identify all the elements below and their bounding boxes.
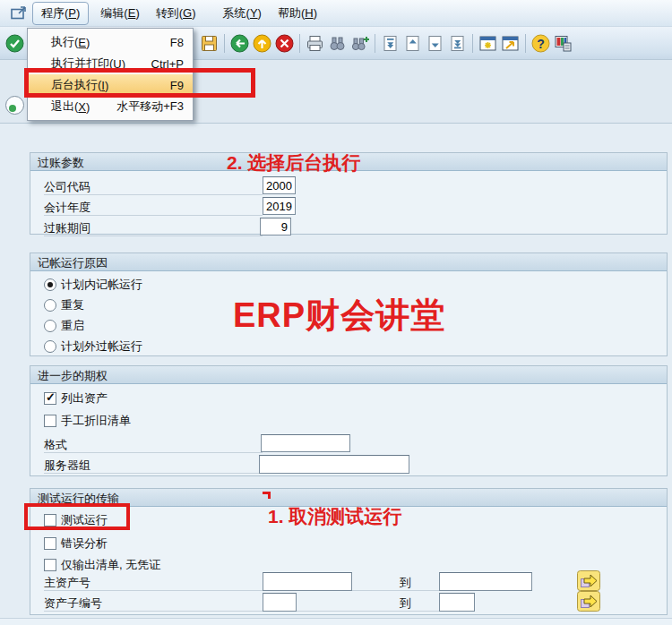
radio-row-planned-run: 计划内记帐运行 xyxy=(44,277,142,293)
selection-screen: 过账参数 公司代码 会计年度 过账期间 记帐运行原因 计划内记帐运行 重复 重启 xyxy=(0,124,672,625)
field-label-main-asset-number: 主资产号 xyxy=(44,571,439,591)
first-page-icon[interactable] xyxy=(380,33,401,54)
main-asset-multiple-selection-button[interactable] xyxy=(577,570,600,591)
radio-label[interactable]: 重复 xyxy=(61,297,84,313)
field-label-format: 格式 xyxy=(44,433,263,453)
execute-icon[interactable] xyxy=(5,96,24,115)
menu-shortcut: F8 xyxy=(161,36,184,49)
radio-unplanned-run[interactable] xyxy=(44,340,56,353)
field-label-asset-subnumber: 资产子编号 xyxy=(44,592,439,612)
to-label: 到 xyxy=(400,595,411,612)
cancel-icon[interactable] xyxy=(274,33,295,54)
field-label-posting-period: 过账期间 xyxy=(44,217,263,236)
radio-restart[interactable] xyxy=(44,320,56,332)
radio-planned-run[interactable] xyxy=(44,278,56,291)
checkbox-label[interactable]: 错误分析 xyxy=(61,535,108,552)
menubar: 程序(P) 编辑(E) 转到(G) 系统(Y) 帮助(H) xyxy=(0,0,672,27)
toolbar-separator xyxy=(299,34,300,53)
create-shortcut-icon[interactable] xyxy=(500,33,521,54)
checkbox-row-manual-depreciation-list: 手工折旧清单 xyxy=(44,413,131,429)
next-page-icon[interactable] xyxy=(425,33,445,54)
fiscal-year-input[interactable] xyxy=(263,197,296,215)
menu-shortcut: 水平移动+F3 xyxy=(108,98,184,115)
main-asset-from-input[interactable] xyxy=(263,572,352,591)
new-session-icon[interactable] xyxy=(478,33,498,54)
save-icon[interactable] xyxy=(199,33,220,54)
last-page-icon[interactable] xyxy=(447,33,468,54)
radio-label[interactable]: 重启 xyxy=(61,318,84,334)
toolbar-separator xyxy=(224,34,225,53)
watermark-text: ERP财会讲堂 xyxy=(233,293,445,338)
toolbar-separator xyxy=(472,34,473,53)
main-asset-to-input[interactable] xyxy=(439,572,532,591)
menu-item-exit[interactable]: 退出(X) 水平移动+F3 xyxy=(28,96,193,117)
checkbox-label[interactable]: 列出资产 xyxy=(61,390,108,407)
checkbox-manual-depreciation-list[interactable] xyxy=(44,415,56,427)
checkbox-list-assets[interactable] xyxy=(44,392,56,405)
checkbox-label[interactable]: 手工折旧清单 xyxy=(61,413,131,429)
radio-repeat[interactable] xyxy=(44,299,56,312)
field-label-fiscal-year: 会计年度 xyxy=(44,196,263,216)
toolbar-separator xyxy=(375,34,375,53)
radio-row-repeat: 重复 xyxy=(44,297,84,313)
section-title-further-options: 进一步的期权 xyxy=(30,366,667,384)
checkbox-row-error-analysis: 错误分析 xyxy=(44,535,108,552)
asset-subnumber-from-input[interactable] xyxy=(263,593,297,612)
menu-help[interactable]: 帮助(H) xyxy=(270,3,325,24)
posting-period-input[interactable] xyxy=(260,218,291,235)
to-label: 到 xyxy=(400,575,411,591)
radio-label[interactable]: 计划外过帐运行 xyxy=(61,338,142,355)
print-icon[interactable] xyxy=(305,33,325,54)
customize-layout-icon[interactable] xyxy=(553,33,573,54)
checkbox-row-list-assets: 列出资产 xyxy=(44,390,108,407)
section-further-options: 进一步的期权 列出资产 手工折旧清单 格式 服务器组 xyxy=(30,365,668,476)
radio-label[interactable]: 计划内记帐运行 xyxy=(61,277,142,293)
svg-text:?: ? xyxy=(537,36,545,50)
company-code-input[interactable] xyxy=(263,176,296,194)
menu-system[interactable]: 系统(Y) xyxy=(215,3,270,24)
menu-goto[interactable]: 转到(G) xyxy=(148,3,204,24)
asset-subnumber-to-input[interactable] xyxy=(439,593,475,612)
checkbox-error-analysis[interactable] xyxy=(44,537,56,550)
menu-edit[interactable]: 编辑(E) xyxy=(92,3,147,24)
annotation-step2: 2. 选择后台执行 xyxy=(227,150,360,176)
exit-icon[interactable] xyxy=(252,33,272,54)
radio-row-restart: 重启 xyxy=(44,318,84,334)
annotation-corner-mark xyxy=(263,492,271,499)
asset-subnumber-multiple-selection-button[interactable] xyxy=(577,591,600,612)
back-icon[interactable] xyxy=(229,33,250,54)
radio-row-unplanned-run: 计划外过帐运行 xyxy=(44,338,142,355)
menu-program[interactable]: 程序(P) xyxy=(32,2,89,25)
annotation-redbox-test-run xyxy=(24,503,130,530)
checkbox-list-only-no-documents[interactable] xyxy=(44,559,56,571)
previous-page-icon[interactable] xyxy=(402,33,423,54)
annotation-step1: 1. 取消测试运行 xyxy=(268,504,401,529)
find-icon[interactable] xyxy=(327,33,348,54)
menu-item-execute[interactable]: 执行(E) F8 xyxy=(28,31,193,53)
annotation-redbox-background-execute xyxy=(24,68,255,98)
field-label-server-group: 服务器组 xyxy=(44,454,261,474)
find-next-icon[interactable] xyxy=(349,33,370,54)
status-strip xyxy=(0,618,672,625)
server-group-input[interactable] xyxy=(259,455,409,474)
toolbar-separator xyxy=(525,34,526,53)
continue-icon[interactable] xyxy=(4,33,25,54)
section-title-run-reason: 记帐运行原因 xyxy=(30,253,667,271)
field-label-company-code: 公司代码 xyxy=(44,176,263,195)
sap-window: 程序(P) 编辑(E) 转到(G) 系统(Y) 帮助(H) xyxy=(0,0,672,625)
format-input[interactable] xyxy=(261,434,350,452)
system-menu-icon[interactable] xyxy=(11,6,27,20)
help-icon[interactable]: ? xyxy=(530,33,551,54)
